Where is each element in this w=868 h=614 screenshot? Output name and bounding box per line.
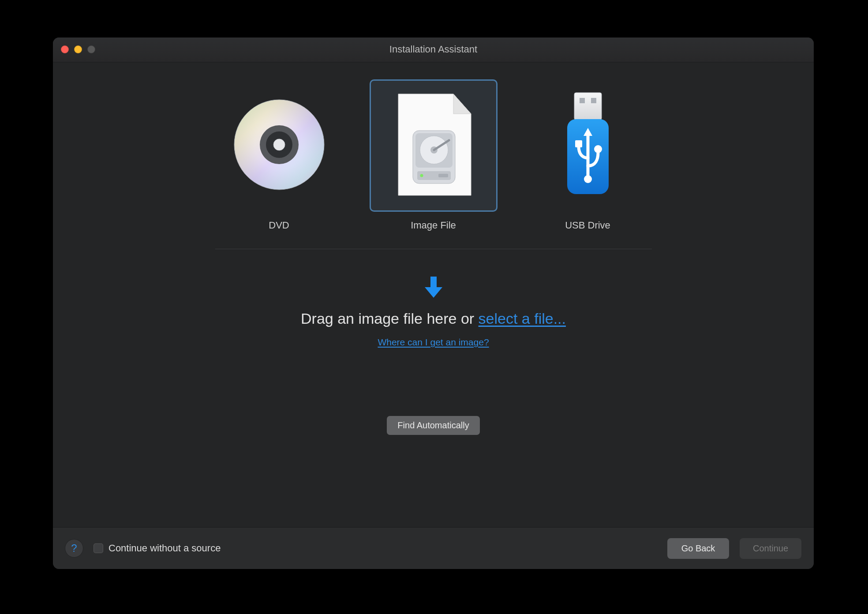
find-automatically-button[interactable]: Find Automatically <box>387 416 479 435</box>
usb-drive-icon <box>559 92 617 199</box>
svg-point-12 <box>420 174 423 177</box>
minimize-window-button[interactable] <box>74 45 82 53</box>
footer: ? Continue without a source Go Back Cont… <box>53 527 814 569</box>
body-area: DVD <box>53 62 814 527</box>
source-icon-box-dvd <box>215 79 343 212</box>
titlebar: Installation Assistant <box>53 37 814 62</box>
drop-area[interactable]: Drag an image file here or select a file… <box>301 276 566 348</box>
help-button[interactable]: ? <box>65 539 83 557</box>
source-icon-box-usb <box>524 79 652 212</box>
svg-point-19 <box>584 175 592 183</box>
svg-point-22 <box>594 145 602 153</box>
go-back-button[interactable]: Go Back <box>667 538 729 559</box>
source-label-image-file: Image File <box>411 220 456 231</box>
disk-image-file-icon <box>392 92 475 199</box>
checkbox-box <box>94 543 103 553</box>
drop-instruction-prefix: Drag an image file here or <box>301 310 479 327</box>
source-icon-box-image-file <box>370 79 498 212</box>
window-title: Installation Assistant <box>53 44 814 55</box>
installation-assistant-window: Installation Assistant <box>53 37 814 569</box>
dvd-disc-icon <box>233 98 326 193</box>
continue-without-source-checkbox[interactable]: Continue without a source <box>94 543 221 554</box>
source-row: DVD <box>215 79 652 231</box>
source-label-dvd: DVD <box>269 220 289 231</box>
continue-without-source-label: Continue without a source <box>108 543 221 554</box>
window-controls <box>61 45 95 53</box>
continue-button[interactable]: Continue <box>740 538 801 559</box>
svg-rect-15 <box>580 98 585 103</box>
section-divider <box>215 249 652 249</box>
source-label-usb: USB Drive <box>565 220 610 231</box>
svg-rect-16 <box>591 98 596 103</box>
question-mark-icon: ? <box>71 542 77 554</box>
svg-rect-21 <box>575 140 582 147</box>
source-option-usb-drive[interactable]: USB Drive <box>524 79 652 231</box>
svg-rect-13 <box>438 174 448 177</box>
svg-rect-14 <box>574 93 602 120</box>
select-file-link[interactable]: select a file... <box>479 310 566 327</box>
source-option-dvd[interactable]: DVD <box>215 79 343 231</box>
down-arrow-icon <box>424 276 443 300</box>
drop-instruction-text: Drag an image file here or select a file… <box>301 310 566 327</box>
where-get-image-link[interactable]: Where can I get an image? <box>378 337 489 348</box>
find-auto-wrap: Find Automatically <box>387 416 479 435</box>
zoom-window-button[interactable] <box>87 45 95 53</box>
source-option-image-file[interactable]: Image File <box>370 79 498 231</box>
close-window-button[interactable] <box>61 45 69 53</box>
